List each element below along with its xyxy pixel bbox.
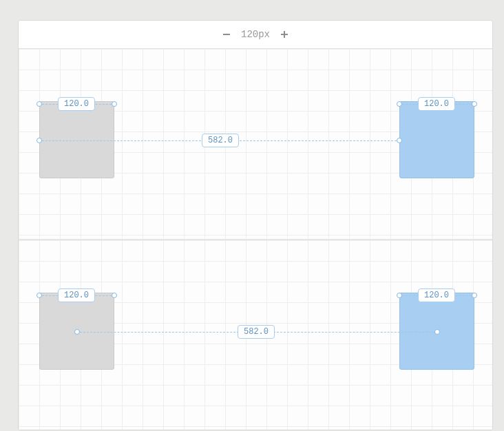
measure-line bbox=[273, 332, 434, 333]
measure-label-distance[interactable]: 582.0 bbox=[238, 325, 275, 339]
measure-line bbox=[236, 140, 397, 141]
shape-right[interactable] bbox=[399, 101, 474, 178]
measure-label-right-width[interactable]: 120.0 bbox=[418, 288, 455, 302]
measure-anchor[interactable] bbox=[36, 138, 42, 143]
measure-label-left-width[interactable]: 120.0 bbox=[58, 288, 95, 302]
measure-anchor[interactable] bbox=[434, 329, 440, 335]
measure-anchor[interactable] bbox=[36, 293, 42, 298]
measure-line bbox=[42, 140, 204, 141]
measure-anchor[interactable] bbox=[36, 101, 42, 107]
measure-anchor[interactable] bbox=[112, 101, 117, 107]
measure-line bbox=[80, 332, 239, 333]
canvas-pane-1[interactable]: 120.0 120.0 582.0 bbox=[19, 239, 492, 430]
measure-anchor[interactable] bbox=[112, 293, 117, 298]
canvas-stack: 120.0 120.0 582.0 120.0 bbox=[19, 49, 492, 430]
measure-label-distance[interactable]: 582.0 bbox=[202, 134, 239, 147]
shape-left[interactable] bbox=[39, 101, 114, 178]
zoom-level-label: 120px bbox=[241, 29, 270, 40]
zoom-out-button[interactable] bbox=[222, 30, 231, 39]
measure-anchor[interactable] bbox=[397, 293, 402, 298]
svg-rect-2 bbox=[284, 31, 285, 38]
svg-rect-0 bbox=[223, 34, 230, 35]
measure-anchor[interactable] bbox=[472, 101, 477, 107]
canvas-pane-0[interactable]: 120.0 120.0 582.0 bbox=[19, 49, 492, 239]
measure-anchor[interactable] bbox=[397, 138, 402, 143]
measure-label-left-width[interactable]: 120.0 bbox=[58, 97, 95, 111]
measure-label-right-width[interactable]: 120.0 bbox=[418, 97, 455, 111]
measure-anchor[interactable] bbox=[397, 101, 402, 107]
zoom-in-button[interactable] bbox=[280, 30, 289, 39]
measure-anchor[interactable] bbox=[472, 293, 477, 298]
editor-frame: 120px 120.0 120.0 bbox=[18, 20, 493, 430]
toolbar: 120px bbox=[19, 21, 492, 49]
measure-anchor[interactable] bbox=[74, 329, 80, 335]
